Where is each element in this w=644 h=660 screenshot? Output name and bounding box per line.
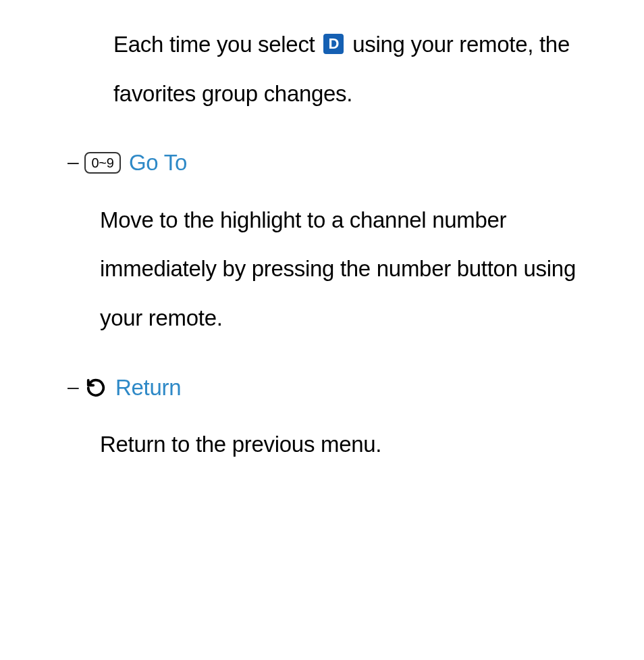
- return-description: Return to the previous menu.: [100, 420, 617, 469]
- number-keys-icon: 0~9: [84, 152, 121, 174]
- list-item-goto: – 0~9 Go To: [68, 138, 617, 191]
- list-header-return: Return: [84, 363, 617, 413]
- list-body: Return: [84, 363, 617, 415]
- goto-label: Go To: [129, 138, 187, 188]
- list-header-goto: 0~9 Go To: [84, 138, 617, 188]
- intro-text-pre: Each time you select: [113, 32, 321, 57]
- goto-description: Move to the highlight to a channel numbe…: [100, 196, 617, 343]
- intro-paragraph: Each time you select D using your remote…: [113, 20, 617, 118]
- return-label: Return: [115, 363, 181, 413]
- d-button-icon: D: [323, 34, 344, 54]
- bullet-dash: –: [68, 138, 84, 184]
- return-icon: [84, 376, 107, 399]
- document-content: Each time you select D using your remote…: [68, 20, 617, 469]
- list-item-return: – Return: [68, 363, 617, 415]
- bullet-dash: –: [68, 363, 84, 409]
- list-body: 0~9 Go To: [84, 138, 617, 191]
